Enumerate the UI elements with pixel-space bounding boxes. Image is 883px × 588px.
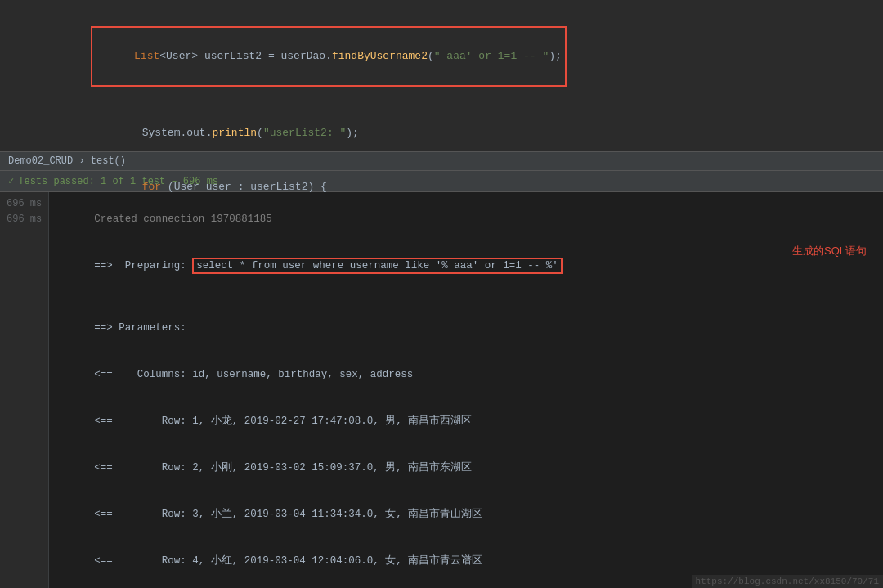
timing-column: 696 ms 696 ms	[0, 192, 49, 588]
output-area: 696 ms 696 ms Created connection 1970881…	[0, 192, 883, 588]
output-row3: <== Row: 3, 小兰, 2019-03-04 11:34:34.0, 女…	[57, 491, 875, 538]
timing-2: 696 ms	[7, 212, 42, 227]
output-columns: <== Columns: id, username, birthday, sex…	[57, 352, 875, 398]
code-type: List	[134, 50, 159, 62]
output-preparing: ==> Preparing: select * from user where …	[57, 243, 875, 305]
footer-url: https://blog.csdn.net/xx8150/70/71	[692, 575, 883, 588]
sql-box: select * from user where username like '…	[192, 258, 563, 274]
check-icon: ✓	[8, 175, 14, 187]
output-created: Created connection 1970881185	[57, 196, 875, 243]
timing-1: 696 ms	[7, 196, 42, 212]
sql-annotation: 生成的SQL语句	[792, 243, 867, 258]
output-parameters: ==> Parameters:	[57, 305, 875, 352]
output-row2: <== Row: 2, 小刚, 2019-03-02 15:09:37.0, 男…	[57, 445, 875, 491]
highlighted-code-box: List<User> userList2 = userDao.findByUse…	[91, 26, 567, 87]
top-code-area: List<User> userList2 = userDao.findByUse…	[0, 0, 883, 151]
output-row1: <== Row: 1, 小龙, 2019-02-27 17:47:08.0, 男…	[57, 398, 875, 445]
code-line-1: List<User> userList2 = userDao.findByUse…	[65, 8, 883, 106]
output-content: Created connection 1970881185 ==> Prepar…	[49, 192, 883, 588]
code-line-2: System.out.println("userList2: ");	[65, 106, 883, 160]
